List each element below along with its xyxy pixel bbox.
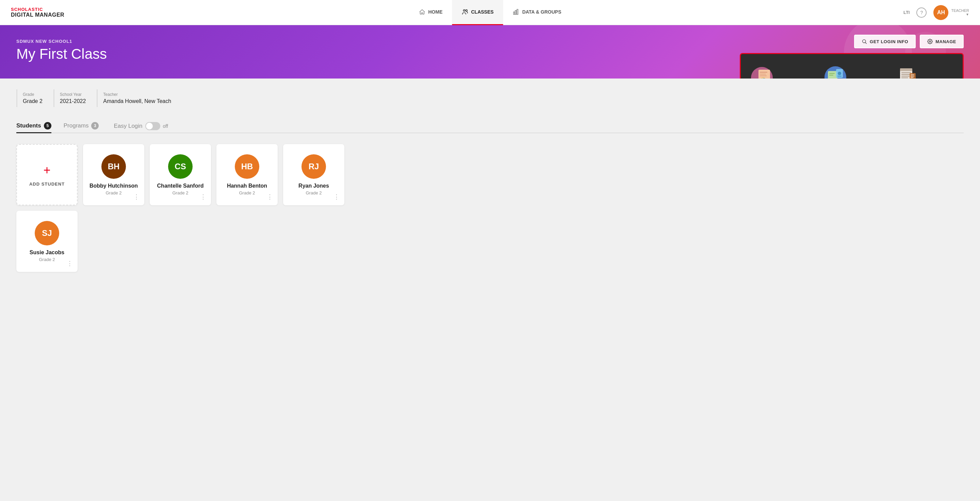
classes-icon <box>462 8 469 15</box>
avatar-bh: BH <box>102 154 126 179</box>
student-grade-cs: Grade 2 <box>172 190 189 195</box>
add-student-card[interactable]: + ADD STUDENT <box>16 144 78 205</box>
gear-icon <box>927 39 933 44</box>
student-name-hb: Hannah Benton <box>227 183 267 189</box>
svg-rect-17 <box>829 73 835 74</box>
svg-rect-21 <box>837 76 842 76</box>
student-grade-hb: Grade 2 <box>239 190 255 195</box>
student-grid: + ADD STUDENT BH Bobby Hutchinson Grade … <box>16 144 964 205</box>
student-name-rj: Ryan Jones <box>298 183 329 189</box>
main-content: Grade Grade 2 School Year 2021-2022 Teac… <box>0 79 980 283</box>
student-grade-rj: Grade 2 <box>306 190 322 195</box>
easy-login-toggle[interactable]: Easy Login off <box>114 122 168 130</box>
nav-data-groups-label: DATA & GROUPS <box>522 9 562 14</box>
banner-school: SDMUX NEW SCHOOL1 <box>16 39 964 44</box>
dropdown-handouts: 👤 Handouts Print letters instructing fam… <box>749 63 810 79</box>
svg-rect-28 <box>901 76 910 76</box>
programs-badge: 3 <box>91 122 99 130</box>
banner-actions: GET LOGIN INFO MANAGE <box>854 35 964 48</box>
brand-dm: DIGITAL MANAGER <box>11 12 64 18</box>
nav-classes[interactable]: CLASSES <box>452 0 503 25</box>
help-button[interactable]: ? <box>916 8 927 17</box>
nav-home-label: HOME <box>428 9 443 14</box>
svg-point-7 <box>929 41 931 42</box>
toggle-knob <box>146 123 153 130</box>
tab-programs[interactable]: Programs 3 <box>64 119 99 133</box>
svg-rect-10 <box>760 72 767 73</box>
avatar-hb: HB <box>235 154 259 179</box>
easy-login-label: Easy Login <box>114 123 142 130</box>
student-card-cs[interactable]: CS Chantelle Sanford Grade 2 ⋮ <box>150 144 211 205</box>
easy-login-state: off <box>163 124 168 129</box>
students-badge: 5 <box>44 122 51 130</box>
svg-point-5 <box>862 40 865 43</box>
student-name-bh: Bobby Hutchinson <box>89 183 138 189</box>
svg-rect-11 <box>760 74 766 75</box>
manage-label: MANAGE <box>935 39 956 44</box>
student-more-sj[interactable]: ⋮ <box>67 260 73 267</box>
lti-label[interactable]: LTI <box>904 10 910 15</box>
meta-row: Grade Grade 2 School Year 2021-2022 Teac… <box>16 89 964 107</box>
svg-rect-3 <box>515 11 516 14</box>
student-more-bh[interactable]: ⋮ <box>134 193 140 201</box>
svg-rect-2 <box>514 12 514 14</box>
toggle-switch[interactable] <box>145 122 160 130</box>
svg-line-6 <box>865 43 867 44</box>
badges-icon-wrapper: ★ <box>821 63 848 79</box>
svg-rect-35 <box>911 77 914 78</box>
brand-scholastic: SCHOLASTIC <box>11 7 64 12</box>
student-card-sj[interactable]: SJ Susie Jacobs Grade 2 ⋮ <box>16 211 78 272</box>
manage-button[interactable]: MANAGE <box>920 35 964 48</box>
student-grid-row2: SJ Susie Jacobs Grade 2 ⋮ <box>16 211 964 272</box>
nav-classes-label: CLASSES <box>471 9 494 14</box>
classlist-icon-wrapper <box>893 63 920 79</box>
avatar-rj: RJ <box>301 154 326 179</box>
student-card-hb[interactable]: HB Hannah Benton Grade 2 ⋮ <box>216 144 278 205</box>
meta-school-year: School Year 2021-2022 <box>53 89 97 107</box>
student-card-bh[interactable]: BH Bobby Hutchinson Grade 2 ⋮ <box>83 144 144 205</box>
student-grade-sj: Grade 2 <box>39 257 55 262</box>
dropdown-badges: ★ Badges Print badges with everything st… <box>821 63 882 79</box>
add-student-label: ADD STUDENT <box>29 181 65 187</box>
meta-teacher: Teacher Amanda Howell, New Teach <box>97 89 182 107</box>
svg-rect-27 <box>901 74 911 75</box>
nav-data-groups[interactable]: DATA & GROUPS <box>503 0 571 25</box>
student-card-rj[interactable]: RJ Ryan Jones Grade 2 ⋮ <box>283 144 344 205</box>
student-more-rj[interactable]: ⋮ <box>334 193 340 201</box>
tab-programs-label: Programs <box>64 122 89 129</box>
meta-grade: Grade Grade 2 <box>16 89 53 107</box>
nav-links: HOME CLASSES DATA & GROUPS <box>409 0 571 25</box>
svg-rect-18 <box>829 75 833 76</box>
svg-text:👤: 👤 <box>762 78 766 79</box>
svg-rect-26 <box>901 72 911 73</box>
brand: SCHOLASTIC DIGITAL MANAGER <box>11 7 64 18</box>
tab-students-label: Students <box>16 122 41 129</box>
avatar-sj: SJ <box>35 221 59 246</box>
svg-point-0 <box>463 10 465 11</box>
nav-home[interactable]: HOME <box>409 0 452 25</box>
teacher-label: TEACHER <box>951 8 969 13</box>
teacher-avatar[interactable]: AH <box>933 5 948 20</box>
svg-rect-29 <box>901 78 908 78</box>
add-icon: + <box>43 163 50 178</box>
svg-rect-25 <box>900 68 912 71</box>
student-grade-bh: Grade 2 <box>106 190 122 195</box>
tab-students[interactable]: Students 5 <box>16 119 51 133</box>
data-icon <box>513 8 520 15</box>
avatar-cs: CS <box>168 154 192 179</box>
teacher-label-group: TEACHER ▼ <box>951 8 969 16</box>
handouts-icon: 👤 <box>749 63 776 79</box>
svg-rect-12 <box>760 76 767 76</box>
teacher-section: AH TEACHER ▼ <box>933 5 969 20</box>
navbar: SCHOLASTIC DIGITAL MANAGER HOME CLASSES <box>0 0 980 25</box>
student-more-hb[interactable]: ⋮ <box>267 193 273 201</box>
get-login-info-button[interactable]: GET LOGIN INFO <box>854 35 916 48</box>
tabs: Students 5 Programs 3 Easy Login off <box>16 119 964 133</box>
teacher-chevron: ▼ <box>966 13 969 16</box>
svg-point-1 <box>466 10 467 11</box>
svg-rect-4 <box>517 10 518 14</box>
svg-rect-34 <box>911 76 914 76</box>
get-login-info-label: GET LOGIN INFO <box>870 39 908 44</box>
student-more-cs[interactable]: ⋮ <box>200 193 206 201</box>
teacher-initials: AH <box>937 10 945 16</box>
